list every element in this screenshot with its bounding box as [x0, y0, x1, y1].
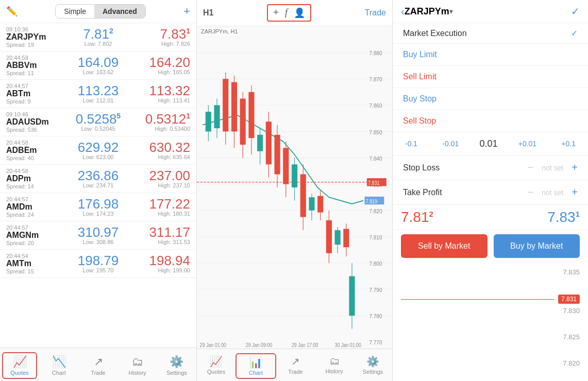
quote-row[interactable]: 20:44:54 AMTm Spread: 15 198.79 Low: 195… — [0, 250, 196, 278]
svg-rect-40 — [257, 135, 263, 151]
quote-symbol: ABBVm — [6, 61, 68, 70]
quote-row[interactable]: 20:44:57 ABTm Spread: 9 113.23 Low: 112.… — [0, 80, 196, 108]
add-button[interactable]: + — [183, 5, 190, 18]
person-icon[interactable]: 👤 — [294, 7, 305, 19]
svg-text:29 Jan 01:00: 29 Jan 01:00 — [200, 342, 227, 349]
function-icon[interactable]: f — [285, 7, 288, 19]
quote-low: Low: 174.23 — [68, 211, 129, 217]
edit-icon[interactable]: ✏️ — [6, 6, 18, 17]
quote-ask: 237.00 — [129, 169, 190, 182]
qty-plus-001[interactable]: +0.01 — [514, 137, 541, 150]
quote-time: 20:44:57 — [6, 196, 68, 202]
back-button[interactable]: ‹ — [401, 6, 405, 18]
bid-price-main: 7.81 — [401, 209, 429, 225]
take-profit-plus-btn[interactable]: + — [572, 186, 578, 198]
quote-row[interactable]: 20:44:58 ADPm Spread: 14 236.86 Low: 234… — [0, 165, 196, 193]
quote-symbol: AMDm — [6, 202, 68, 212]
tab-simple[interactable]: Simple — [56, 5, 94, 18]
chart-history-label: History — [325, 368, 343, 374]
quote-info: 09:10:36 ZARJPYm Spread: 19 — [6, 26, 68, 48]
nav-quotes-label: Quotes — [10, 370, 28, 376]
chart-nav-chart[interactable]: 📊 Chart — [236, 353, 276, 379]
stop-loss-minus-btn[interactable]: − — [528, 162, 534, 174]
price-level-7835: 7.835 — [563, 268, 580, 276]
svg-text:7.860: 7.860 — [369, 102, 382, 109]
svg-text:7.780: 7.780 — [369, 313, 382, 320]
quote-low: Low: 163.62 — [68, 69, 129, 75]
order-buy-stop[interactable]: Buy Stop — [393, 88, 588, 110]
qty-minus-001[interactable]: -0.01 — [438, 137, 463, 150]
svg-rect-34 — [231, 82, 237, 132]
quotes-top-bar: ✏️ Simple Advanced + — [0, 0, 196, 23]
buy-stop-label: Buy Stop — [403, 94, 578, 103]
take-profit-row: Take Profit − not set + — [393, 180, 588, 205]
quote-time: 20:44:57 — [6, 83, 68, 89]
svg-rect-42 — [266, 122, 272, 164]
order-sell-stop[interactable]: Sell Stop — [393, 110, 588, 132]
sell-market-button[interactable]: Sell by Market — [401, 234, 488, 258]
buy-limit-label: Buy Limit — [403, 50, 578, 59]
chart-nav-trade[interactable]: ↗ Trade — [276, 353, 315, 379]
quote-row[interactable]: 20:44:57 AMGNm Spread: 20 310.97 Low: 30… — [0, 221, 196, 250]
nav-chart-label: Chart — [52, 370, 66, 376]
svg-rect-50 — [300, 174, 306, 217]
stop-loss-plus-btn[interactable]: + — [572, 162, 578, 174]
chart-nav-settings[interactable]: ⚙️ Settings — [354, 353, 392, 379]
quote-bid-section: 164.09 Low: 163.62 — [68, 56, 129, 75]
chart-panel: H1 + f 👤 Trade ZARJPYm, H1 7.880 — [197, 0, 393, 381]
nav-settings[interactable]: ⚙️ Settings — [157, 353, 196, 378]
ask-price-sup: 1 — [576, 210, 580, 218]
quote-symbol: AMGNm — [6, 231, 68, 240]
chart-nav-history[interactable]: 🗂 History — [315, 353, 354, 379]
symbol-dropdown-icon[interactable]: ▾ — [449, 7, 453, 15]
quote-bid-section: 176.98 Low: 174.23 — [68, 197, 129, 217]
nav-quotes[interactable]: 📈 Quotes — [2, 352, 37, 379]
chart-nav-quotes[interactable]: 📈 Quotes — [197, 353, 236, 379]
quote-ask-section: 237.00 High: 237.10 — [129, 169, 190, 188]
order-buy-limit[interactable]: Buy Limit — [393, 44, 588, 66]
action-buttons: Sell by Market Buy by Market — [393, 230, 588, 262]
nav-trade[interactable]: ↗ Trade — [78, 353, 117, 378]
quote-info: 20:44:54 AMTm Spread: 15 — [6, 253, 68, 274]
quote-spread: Spread: 14 — [6, 183, 68, 189]
qty-minus-01[interactable]: -0.1 — [401, 137, 422, 150]
chart-symbol-label: ZARJPYm, H1 — [201, 28, 238, 34]
qty-plus-01[interactable]: +0.1 — [557, 137, 580, 150]
quote-time: 09:10:36 — [6, 26, 68, 32]
quotes-icon: 📈 — [13, 355, 27, 369]
quote-row[interactable]: 09:10:46 ADAUSDm Spread: 536 0.52585 Low… — [0, 108, 196, 136]
chart-trade-button[interactable]: Trade — [365, 8, 386, 18]
ask-price-main: 7.83 — [547, 209, 576, 225]
add-indicator-icon[interactable]: + — [273, 7, 279, 19]
market-execution-label: Market Execution — [403, 29, 571, 38]
quote-low: Low: 112.01 — [68, 97, 129, 103]
quote-row[interactable]: 20:44:57 AMDm Spread: 24 176.98 Low: 174… — [0, 193, 196, 221]
svg-rect-56 — [326, 220, 332, 253]
buy-market-button[interactable]: Buy by Market — [494, 234, 580, 258]
quote-symbol: ADBEm — [6, 146, 68, 155]
quote-symbol: AMTm — [6, 259, 68, 268]
quote-info: 20:44:57 AMDm Spread: 24 — [6, 196, 68, 218]
nav-chart[interactable]: 📉 Chart — [39, 353, 78, 378]
nav-trade-label: Trade — [91, 370, 105, 376]
svg-rect-36 — [240, 99, 246, 145]
quote-row[interactable]: 20:44:58 ABBVm Spread: 11 164.09 Low: 16… — [0, 51, 196, 80]
quote-high: High: 311.53 — [129, 239, 190, 245]
tab-advanced[interactable]: Advanced — [94, 5, 145, 18]
quote-row[interactable]: 20:44:58 ADBEm Spread: 40 629.92 Low: 62… — [0, 136, 196, 165]
quote-low: Low: 7.802 — [68, 41, 129, 47]
order-sell-limit[interactable]: Sell Limit — [393, 66, 588, 88]
chart-quotes-label: Quotes — [207, 369, 225, 375]
stop-loss-label: Stop Loss — [403, 163, 528, 172]
chart-area[interactable]: ZARJPYm, H1 7.880 7.870 7.860 7.850 7.84… — [197, 26, 392, 349]
quote-ask-section: 113.32 High: 113.41 — [129, 84, 190, 103]
take-profit-minus-btn[interactable]: − — [528, 186, 534, 198]
quote-bid: 236.86 — [68, 169, 129, 182]
nav-history[interactable]: 🗂 History — [118, 353, 157, 378]
quote-bid: 7.812 — [68, 27, 129, 41]
chart-settings-label: Settings — [363, 369, 383, 375]
quote-row[interactable]: 09:10:36 ZARJPYm Spread: 19 7.812 Low: 7… — [0, 23, 196, 51]
confirm-check-icon[interactable]: ✓ — [571, 5, 580, 18]
quote-time: 20:44:58 — [6, 140, 68, 146]
order-market-execution[interactable]: Market Execution ✓ — [393, 23, 588, 44]
